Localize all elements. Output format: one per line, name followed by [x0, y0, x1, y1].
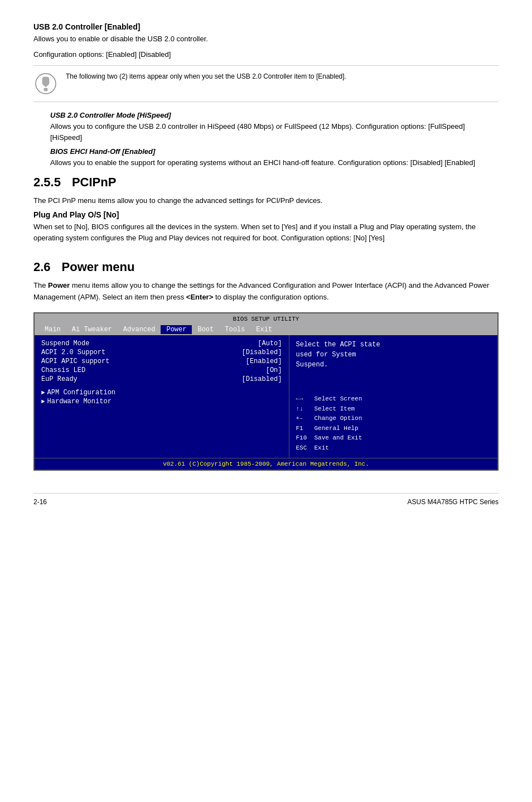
bios-title: BIOS SETUP UTILITY — [39, 315, 493, 322]
section-255-header: 2.5.5 PCIPnP — [33, 175, 499, 190]
bios-help-top: Select the ACPI stateused for SystemSusp… — [296, 340, 491, 370]
usb-controller-heading: USB 2.0 Controller [Enabled] — [33, 22, 499, 31]
note-icon — [33, 71, 58, 96]
bios-arrow-apm: ► — [41, 389, 45, 396]
bios-label-chassis-led: Chassis LED — [41, 366, 85, 374]
bios-screen: BIOS SETUP UTILITY Main Ai Tweaker Advan… — [33, 312, 499, 471]
bios-value-eup-ready: [Disabled] — [241, 375, 282, 383]
svg-rect-1 — [44, 88, 47, 91]
bios-sub-hwmonitor[interactable]: ► Hardware Monitor — [41, 398, 282, 405]
usb-mode-desc: Allows you to configure the USB 2.0 cont… — [50, 121, 499, 143]
section-26-number: 2.6 — [33, 260, 51, 274]
bios-right-panel: Select the ACPI stateused for SystemSusp… — [289, 335, 498, 458]
bios-arrow-hwmonitor: ► — [41, 398, 45, 405]
product-name: ASUS M4A785G HTPC Series — [408, 498, 499, 506]
bios-menu-tools[interactable]: Tools — [219, 325, 250, 334]
enter-bold: <Enter> — [186, 293, 213, 301]
power-menu-intro: The Power menu items allow you to change… — [33, 280, 499, 303]
bios-row-acpi-apic: ACPI APIC support [Enabled] — [41, 357, 282, 365]
power-bold: Power — [48, 281, 70, 289]
bios-sub-items: ► APM Configuration ► Hardware Monitor — [41, 389, 282, 405]
bios-value-chassis-led: [On] — [266, 366, 282, 374]
bios-menu-exit[interactable]: Exit — [250, 325, 278, 334]
section-26-header: 2.6 Power menu — [33, 260, 499, 274]
bios-sub-apm[interactable]: ► APM Configuration — [41, 389, 282, 397]
bios-label-acpi20: ACPI 2.0 Support — [41, 349, 105, 356]
bios-label-apm: APM Configuration — [47, 389, 115, 397]
bios-menu-main[interactable]: Main — [39, 325, 66, 334]
bios-row-acpi20: ACPI 2.0 Support [Disabled] — [41, 349, 282, 356]
bios-value-suspend-mode: [Auto] — [258, 340, 282, 347]
bios-menu-power[interactable]: Power — [161, 325, 192, 334]
bios-menu-boot[interactable]: Boot — [192, 325, 219, 334]
usb-sub-items: USB 2.0 Controller Mode [HiSpeed] Allows… — [50, 111, 499, 168]
bios-value-acpi20: [Disabled] — [241, 349, 282, 356]
section-26: 2.6 Power menu The Power menu items allo… — [33, 260, 499, 471]
bios-content: Suspend Mode [Auto] ACPI 2.0 Support [Di… — [35, 335, 497, 458]
bios-menu-row: Main Ai Tweaker Advanced Power Boot Tool… — [35, 324, 497, 335]
bios-footer: v02.61 (C)Copyright 1985-2009, American … — [35, 458, 497, 470]
usb-controller-section: USB 2.0 Controller [Enabled] Allows you … — [33, 22, 499, 168]
usb-controller-desc2: Configuration options: [Enabled] [Disabl… — [33, 49, 499, 60]
bios-row-chassis-led: Chassis LED [On] — [41, 366, 282, 374]
bios-label-hwmonitor: Hardware Monitor — [47, 398, 112, 405]
bios-menubar: BIOS SETUP UTILITY — [35, 313, 497, 324]
section-255-number: 2.5.5 — [33, 175, 61, 190]
bios-menu-aitweaker[interactable]: Ai Tweaker — [66, 325, 118, 334]
section-255-title: PCIPnP — [72, 175, 116, 190]
bios-ehci-desc: Allows you to enable the support for ope… — [50, 157, 499, 168]
usb-mode-heading: USB 2.0 Controller Mode [HiSpeed] — [50, 111, 499, 119]
section-26-title: Power menu — [62, 260, 135, 274]
usb-controller-desc1: Allows you to enable or disable the USB … — [33, 33, 499, 45]
bios-row-suspend-mode: Suspend Mode [Auto] — [41, 340, 282, 347]
bios-left-panel: Suspend Mode [Auto] ACPI 2.0 Support [Di… — [35, 335, 289, 458]
plug-play-desc: When set to [No], BIOS configures all th… — [33, 221, 499, 243]
bios-value-acpi-apic: [Enabled] — [246, 357, 282, 365]
note-text: The following two (2) items appear only … — [66, 71, 346, 81]
bios-label-suspend-mode: Suspend Mode — [41, 340, 89, 347]
plug-play-heading: Plug And Play O/S [No] — [33, 210, 499, 219]
bios-row-eup-ready: EuP Ready [Disabled] — [41, 375, 282, 383]
bios-label-eup-ready: EuP Ready — [41, 375, 78, 383]
section-255: 2.5.5 PCIPnP The PCI PnP menu items allo… — [33, 175, 499, 244]
note-box: The following two (2) items appear only … — [33, 65, 499, 102]
page-footer: 2-16 ASUS M4A785G HTPC Series — [33, 493, 499, 506]
section-255-intro: The PCI PnP menu items allow you to chan… — [33, 195, 499, 206]
page-number: 2-16 — [33, 498, 47, 506]
bios-ehci-heading: BIOS EHCI Hand-Off [Enabled] — [50, 147, 499, 156]
plug-play-section: Plug And Play O/S [No] When set to [No],… — [33, 210, 499, 243]
bios-menu-advanced[interactable]: Advanced — [118, 325, 161, 334]
bios-help-bottom: ←→ Select Screen ↑↓ Select Item +- Chang… — [296, 394, 491, 453]
bios-label-acpi-apic: ACPI APIC support — [41, 357, 109, 365]
